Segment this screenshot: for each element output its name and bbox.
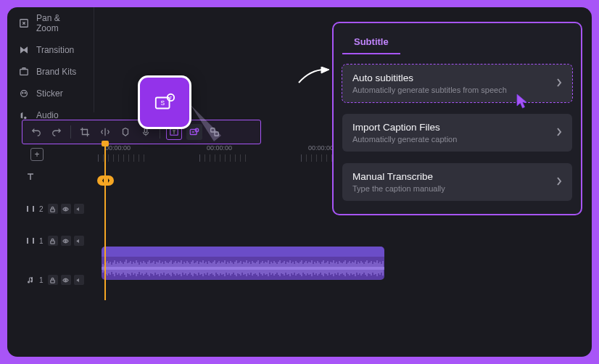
separator bbox=[70, 125, 71, 138]
subtitle-panel: Subtitle Auto subititles Automaticlly ge… bbox=[332, 22, 582, 215]
audio-clip[interactable]: Audio_0023.wav 00:23:34 bbox=[102, 247, 384, 280]
track-headers: 2 1 1 bbox=[26, 168, 95, 303]
track-row-video: 1 bbox=[26, 232, 95, 249]
callout-beam bbox=[191, 105, 221, 141]
sticker-icon bbox=[19, 88, 29, 99]
sidebar-item-panzoom[interactable]: Pan & Zoom bbox=[7, 7, 94, 39]
svg-text:T: T bbox=[170, 96, 173, 100]
sidebar-label: Brand Kits bbox=[36, 67, 76, 77]
option-auto-subtitles[interactable]: Auto subititles Automaticlly generate su… bbox=[342, 65, 572, 102]
option-desc: Type the caption manually bbox=[352, 184, 543, 193]
visibility-button[interactable] bbox=[61, 275, 71, 285]
svg-text:S: S bbox=[160, 99, 165, 107]
sidebar-item-sticker[interactable]: Sticker bbox=[7, 83, 94, 104]
featured-subtitle-icon: TS bbox=[138, 75, 191, 129]
tools-sidebar: Pan & Zoom Transition Brand Kits Sticker… bbox=[7, 7, 94, 112]
timecode-label: 00:00:00 bbox=[207, 144, 232, 152]
option-title: Import Caption Files bbox=[352, 122, 543, 133]
audio-track-icon bbox=[26, 276, 35, 284]
marker-button[interactable] bbox=[117, 124, 133, 140]
split-button[interactable] bbox=[97, 124, 113, 140]
audio-icon bbox=[19, 110, 29, 120]
visibility-button[interactable] bbox=[61, 204, 71, 214]
mute-button[interactable] bbox=[74, 204, 84, 214]
svg-rect-19 bbox=[51, 209, 54, 212]
sidebar-item-transition[interactable]: Transition bbox=[7, 39, 94, 61]
clip-duration: 00:23:34 bbox=[353, 248, 379, 255]
clip-filename: Audio_0023.wav bbox=[117, 248, 165, 255]
mute-button[interactable] bbox=[74, 275, 84, 285]
arrow-annotation bbox=[297, 67, 331, 84]
svg-rect-23 bbox=[33, 238, 34, 244]
text-track-icon bbox=[26, 173, 35, 181]
option-import-caption[interactable]: Import Caption Files Automaticlly genera… bbox=[342, 114, 572, 152]
lock-button[interactable] bbox=[48, 275, 58, 285]
chevron-right-icon bbox=[556, 175, 562, 189]
option-title: Manual Transcribe bbox=[352, 171, 543, 182]
svg-point-20 bbox=[65, 208, 67, 210]
svg-rect-26 bbox=[51, 280, 54, 283]
video-track-icon bbox=[26, 236, 35, 245]
track-row-video: 2 bbox=[26, 200, 95, 218]
brand-kits-icon bbox=[19, 67, 29, 77]
svg-rect-22 bbox=[27, 238, 28, 244]
timecode-label: 00:00:00 bbox=[105, 144, 131, 152]
track-index: 1 bbox=[39, 237, 44, 245]
mute-button[interactable] bbox=[74, 236, 84, 246]
svg-point-3 bbox=[22, 93, 23, 94]
timeline-marker[interactable] bbox=[97, 175, 114, 186]
track-row-text bbox=[26, 168, 95, 186]
undo-button[interactable] bbox=[28, 124, 44, 140]
chevron-right-icon bbox=[556, 77, 562, 90]
sidebar-label: Pan & Zoom bbox=[36, 13, 82, 33]
option-title: Auto subititles bbox=[352, 73, 543, 83]
video-track-icon bbox=[26, 204, 35, 213]
track-index: 1 bbox=[39, 276, 44, 284]
redo-button[interactable] bbox=[49, 124, 65, 140]
lock-button[interactable] bbox=[48, 204, 58, 214]
svg-point-4 bbox=[25, 93, 25, 94]
sidebar-label: Sticker bbox=[36, 88, 63, 99]
crop-button[interactable] bbox=[77, 124, 93, 140]
add-track-button[interactable]: + bbox=[30, 148, 44, 161]
cursor-pointer-icon bbox=[515, 93, 529, 113]
sidebar-item-brandkits[interactable]: Brand Kits bbox=[7, 61, 94, 83]
track-index: 2 bbox=[39, 205, 44, 213]
transition-icon bbox=[19, 45, 29, 55]
visibility-button[interactable] bbox=[61, 236, 71, 246]
pan-zoom-icon bbox=[19, 18, 29, 28]
svg-point-25 bbox=[65, 240, 67, 241]
waveform bbox=[102, 257, 384, 280]
sidebar-label: Audio bbox=[36, 110, 59, 120]
clip-header: Audio_0023.wav 00:23:34 bbox=[102, 247, 384, 257]
timecode-label: 00:00:00 bbox=[308, 144, 334, 152]
svg-point-5 bbox=[24, 117, 27, 120]
svg-point-27 bbox=[65, 279, 67, 281]
svg-rect-18 bbox=[33, 206, 34, 212]
svg-rect-24 bbox=[51, 241, 54, 244]
track-row-audio: 1 bbox=[26, 264, 95, 296]
lock-button[interactable] bbox=[48, 236, 58, 246]
option-manual-transcribe[interactable]: Manual Transcribe Type the caption manua… bbox=[342, 163, 572, 201]
svg-rect-17 bbox=[27, 206, 28, 212]
playhead[interactable] bbox=[104, 144, 106, 300]
sidebar-label: Transition bbox=[36, 45, 74, 55]
svg-point-2 bbox=[21, 91, 28, 97]
chevron-right-icon bbox=[556, 126, 562, 139]
panel-tab-subtitle[interactable]: Subtitle bbox=[342, 32, 400, 54]
svg-rect-1 bbox=[20, 70, 28, 75]
app-frame: Pan & Zoom Transition Brand Kits Sticker… bbox=[7, 7, 592, 357]
option-desc: Automaticlly generate caption bbox=[352, 135, 543, 144]
